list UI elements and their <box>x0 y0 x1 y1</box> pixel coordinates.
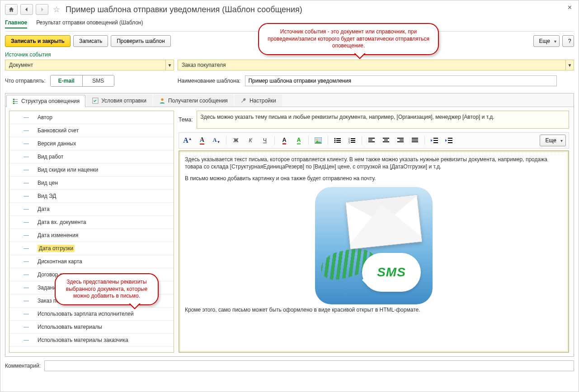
source-type-dropdown[interactable]: Документ ▼ <box>5 60 174 70</box>
svg-rect-31 <box>448 138 452 139</box>
field-icon: — <box>23 140 29 147</box>
tree-item[interactable]: —Автор <box>9 111 174 124</box>
align-center-icon[interactable] <box>380 135 392 146</box>
tree-item[interactable]: —Дата вх. документа <box>9 216 174 229</box>
separator <box>274 136 275 145</box>
tree-item[interactable]: —Банковский счет <box>9 124 174 137</box>
svg-rect-13 <box>351 138 355 139</box>
tree-item[interactable]: —Вид работ <box>9 150 174 163</box>
align-left-icon[interactable] <box>366 135 377 146</box>
italic-icon[interactable]: К <box>245 135 256 146</box>
svg-point-5 <box>334 140 336 141</box>
tab-conditions[interactable]: Условия отправки <box>86 94 152 107</box>
wrench-icon <box>240 98 247 104</box>
tree-item-label: Вид работ <box>38 154 63 160</box>
tree-item[interactable]: —Дата <box>9 203 174 216</box>
svg-rect-19 <box>383 138 389 139</box>
font-color-icon[interactable]: A <box>196 135 208 146</box>
favorite-star-icon[interactable]: ☆ <box>53 5 60 14</box>
field-icon: — <box>23 127 29 134</box>
svg-point-6 <box>334 142 336 143</box>
toggle-sms[interactable]: SMS <box>82 75 114 86</box>
svg-point-4 <box>334 138 336 140</box>
tree-item[interactable]: —Использовать зарплата исполнителей <box>9 308 174 321</box>
editor-more-button[interactable]: Еще <box>540 135 566 146</box>
forward-button[interactable] <box>36 4 48 15</box>
help-button[interactable]: ? <box>562 35 574 47</box>
tree-item-label: Использовать материалы <box>38 324 102 330</box>
text-color-icon[interactable]: A <box>278 135 290 146</box>
tree-item[interactable]: —Использовать материалы заказчика <box>9 334 174 347</box>
sms-illustration: SMS <box>315 187 433 304</box>
checklist-icon <box>92 98 99 104</box>
source-object-dropdown[interactable]: Заказ покупателя ▼ <box>178 60 574 70</box>
tab-main[interactable]: Главное <box>5 19 27 28</box>
home-button[interactable] <box>5 4 18 15</box>
tree-item-label: Банковский счет <box>38 127 79 134</box>
tree-item[interactable]: —Дата отгрузки <box>9 242 174 255</box>
arrow-right-icon <box>39 7 45 12</box>
field-icon: — <box>23 245 29 252</box>
save-and-close-button[interactable]: Записать и закрыть <box>5 35 71 47</box>
attributes-tree[interactable]: —Автор—Банковский счет—Версия данных—Вид… <box>9 111 174 353</box>
tree-item-label: Автор <box>38 114 52 121</box>
align-right-icon[interactable] <box>395 135 406 146</box>
callout-attributes: Здесь представлены реквизиты выбранного … <box>55 273 159 305</box>
tab-settings[interactable]: Настройки <box>235 94 282 107</box>
insert-image-icon[interactable] <box>312 135 324 146</box>
svg-rect-20 <box>384 140 388 140</box>
svg-rect-7 <box>336 138 341 139</box>
font-size-increase-icon[interactable]: A▲ <box>182 135 193 146</box>
numbered-list-icon[interactable]: 123 <box>346 135 358 146</box>
svg-rect-14 <box>351 140 355 141</box>
field-icon: — <box>23 206 29 212</box>
svg-rect-21 <box>383 141 389 142</box>
save-button[interactable]: Записать <box>73 35 108 47</box>
template-name-label: Наименование шаблона: <box>178 78 241 84</box>
indent-icon[interactable] <box>443 135 455 146</box>
subject-input[interactable]: Здесь можно указать тему письма и любые … <box>197 111 569 129</box>
tree-item[interactable]: —Вид ЭД <box>9 190 174 203</box>
tree-item-label: Дисконтная карта <box>38 258 82 265</box>
bullet-list-icon[interactable] <box>332 135 344 146</box>
tab-structure[interactable]: Структура оповещения <box>6 95 85 107</box>
tree-item[interactable]: —Использовать материалы <box>9 321 174 334</box>
highlight-color-icon[interactable]: A <box>293 135 305 146</box>
close-button[interactable]: ✕ <box>567 4 572 11</box>
field-icon: — <box>23 232 29 238</box>
tab-recipients[interactable]: Получатели сообщения <box>153 94 234 107</box>
source-type-value: Документ <box>5 62 165 68</box>
outdent-icon[interactable] <box>428 135 440 146</box>
font-size-decrease-icon[interactable]: A▼ <box>211 135 222 146</box>
tree-item[interactable]: —Версия данных <box>9 137 174 150</box>
toggle-email[interactable]: E-mail <box>51 75 82 86</box>
editor-pane: Тема: Здесь можно указать тему письма и … <box>176 107 574 356</box>
sms-bubble-icon: SMS <box>362 253 421 292</box>
underline-icon[interactable]: Ч <box>259 135 271 146</box>
field-icon: — <box>23 324 29 330</box>
svg-rect-33 <box>448 142 452 143</box>
align-justify-icon[interactable] <box>409 135 421 146</box>
tab-results[interactable]: Результат отправки оповещений (Шаблон) <box>36 19 143 28</box>
send-what-label: Что отправлять: <box>5 78 46 84</box>
tree-item[interactable]: —Вид скидки или наценки <box>9 163 174 177</box>
more-menu-button[interactable]: Еще <box>533 35 560 47</box>
bold-icon[interactable]: Ж <box>230 135 242 146</box>
tree-item[interactable]: —Дата изменения <box>9 229 174 242</box>
email-body-editor[interactable]: Здесь указывается текст письма, которое … <box>179 150 569 353</box>
field-icon: — <box>23 311 29 317</box>
back-button[interactable] <box>20 4 33 15</box>
svg-rect-22 <box>397 138 404 139</box>
svg-rect-32 <box>448 140 452 141</box>
svg-rect-9 <box>336 142 341 143</box>
user-icon <box>159 98 165 104</box>
comment-input[interactable] <box>44 360 574 371</box>
template-name-input[interactable] <box>245 75 557 86</box>
tree-item[interactable]: —Вид цен <box>9 177 174 190</box>
tree-item-label: Вид скидки или наценки <box>38 167 98 173</box>
tab-content: —Автор—Банковский счет—Версия данных—Вид… <box>5 107 574 356</box>
page-title: Пример шаблона отправки уведомления (Шаб… <box>66 5 302 14</box>
tree-item[interactable]: —Дисконтная карта <box>9 255 174 268</box>
check-template-button[interactable]: Проверить шаблон <box>111 35 170 47</box>
field-icon: — <box>23 285 29 291</box>
